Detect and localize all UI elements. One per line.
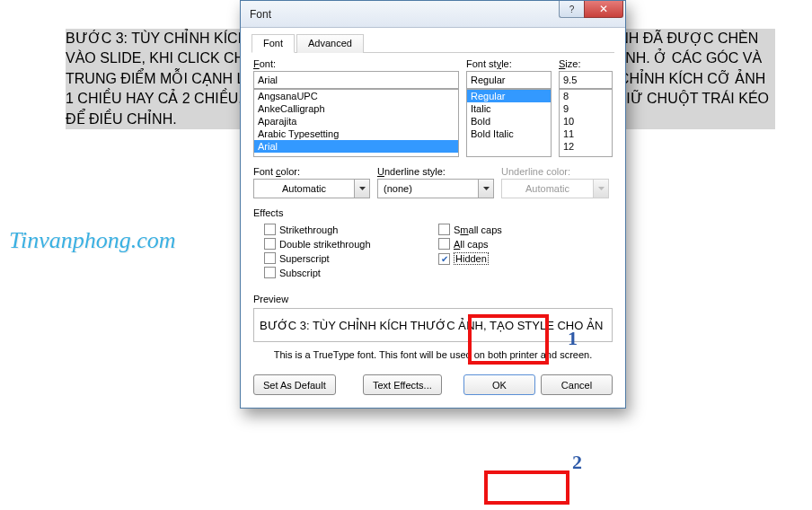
titlebar[interactable]: Font ? ✕ xyxy=(241,1,625,28)
list-item[interactable]: 10 xyxy=(560,115,612,128)
double-strikethrough-checkbox[interactable]: Double strikethrough xyxy=(264,238,438,250)
checkbox-icon xyxy=(264,224,276,235)
font-input[interactable] xyxy=(253,71,459,89)
font-color-value: Automatic xyxy=(254,180,354,198)
underline-style-combo[interactable]: (none) xyxy=(377,179,494,198)
list-item[interactable]: Italic xyxy=(467,102,551,115)
font-style-input[interactable] xyxy=(466,71,552,89)
font-note: This is a TrueType font. This font will … xyxy=(253,349,613,360)
list-item[interactable]: AngsanaUPC xyxy=(254,90,458,102)
ok-button[interactable]: OK xyxy=(463,374,535,395)
underline-color-combo: Automatic xyxy=(501,179,609,198)
list-item[interactable]: Bold Italic xyxy=(467,128,551,140)
list-item[interactable]: 9 xyxy=(560,102,612,115)
chevron-down-icon xyxy=(593,180,608,198)
help-button[interactable]: ? xyxy=(559,1,584,18)
preview-label: Preview xyxy=(253,294,613,304)
help-icon: ? xyxy=(569,4,575,14)
text-effects-button[interactable]: Text Effects... xyxy=(363,374,442,395)
underline-style-label: Underline style: xyxy=(377,166,494,177)
list-item[interactable]: Arabic Typesetting xyxy=(254,128,458,140)
checkbox-icon xyxy=(264,267,276,278)
size-label: Size: xyxy=(559,58,613,69)
list-item[interactable]: 11 xyxy=(560,128,612,140)
hidden-checkbox[interactable]: ✔Hidden xyxy=(438,252,613,265)
checkbox-icon xyxy=(264,252,276,264)
list-item[interactable]: AnkeCalligraph xyxy=(254,102,458,115)
underline-style-value: (none) xyxy=(378,180,478,198)
font-style-label: Font style: xyxy=(466,58,552,69)
list-item[interactable]: Aparajita xyxy=(254,115,458,128)
list-item-selected[interactable]: Arial xyxy=(254,140,458,153)
annotation-number-1: 1 xyxy=(568,327,578,350)
chevron-down-icon xyxy=(478,180,493,198)
annotation-number-2: 2 xyxy=(572,451,582,474)
tab-strip: Font Advanced xyxy=(252,33,614,53)
font-listbox[interactable]: AngsanaUPC AnkeCalligraph Aparajita Arab… xyxy=(253,89,459,157)
dialog-title: Font xyxy=(250,8,271,21)
list-item[interactable]: 8 xyxy=(560,90,612,102)
watermark-text: Tinvanphong.com xyxy=(9,227,176,254)
close-icon: ✕ xyxy=(599,3,608,15)
underline-color-value: Automatic xyxy=(502,180,593,198)
checkbox-checked-icon: ✔ xyxy=(438,253,450,265)
size-listbox[interactable]: 8 9 10 11 12 xyxy=(559,89,613,157)
annotation-highlight-2 xyxy=(484,470,569,505)
all-caps-checkbox[interactable]: All caps xyxy=(438,238,613,250)
checkbox-icon xyxy=(264,238,276,250)
superscript-checkbox[interactable]: Superscript xyxy=(264,252,438,264)
chevron-down-icon xyxy=(354,180,369,198)
checkbox-icon xyxy=(438,224,450,235)
underline-color-label: Underline color: xyxy=(501,166,609,177)
strikethrough-checkbox[interactable]: Strikethrough xyxy=(264,224,438,235)
size-input[interactable] xyxy=(559,71,613,89)
font-label: Font: xyxy=(253,58,459,69)
tab-font[interactable]: Font xyxy=(252,34,295,53)
set-default-button[interactable]: Set As Default xyxy=(253,374,336,395)
tab-advanced[interactable]: Advanced xyxy=(296,34,364,53)
list-item-selected[interactable]: Regular xyxy=(467,90,551,102)
font-color-label: Font color: xyxy=(253,166,370,177)
font-style-listbox[interactable]: Regular Italic Bold Bold Italic xyxy=(466,89,552,157)
checkbox-icon xyxy=(438,238,450,250)
subscript-checkbox[interactable]: Subscript xyxy=(264,267,438,278)
effects-label: Effects xyxy=(253,207,613,218)
font-color-combo[interactable]: Automatic xyxy=(253,179,370,198)
cancel-button[interactable]: Cancel xyxy=(541,374,613,395)
preview-box: BƯỚC 3: TÙY CHỈNH KÍCH THƯỚC ẢNH, TẠO ST… xyxy=(253,308,613,342)
list-item[interactable]: Bold xyxy=(467,115,551,128)
close-button[interactable]: ✕ xyxy=(584,1,623,18)
list-item[interactable]: 12 xyxy=(560,140,612,153)
small-caps-checkbox[interactable]: Small caps xyxy=(438,224,613,235)
